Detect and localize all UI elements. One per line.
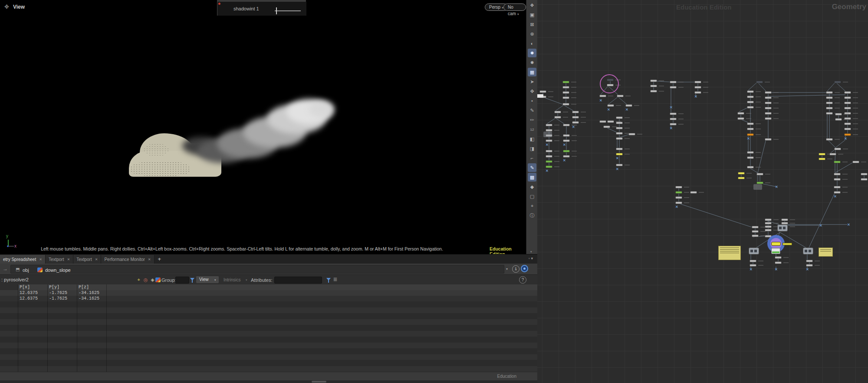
network-node[interactable]: [747, 151, 754, 154]
point-numbers-icon[interactable]: 12: [528, 125, 536, 134]
network-node[interactable]: [650, 90, 657, 92]
column-sort-icon[interactable]: ☰: [333, 277, 337, 282]
network-node[interactable]: [834, 148, 841, 150]
network-node[interactable]: [781, 218, 788, 221]
network-node[interactable]: [675, 191, 682, 194]
group-input[interactable]: [175, 277, 189, 284]
network-node[interactable]: [826, 96, 833, 99]
lighting-off-icon[interactable]: ⊗: [528, 30, 536, 38]
toolbar-overflow-arrow[interactable]: ▾: [530, 250, 532, 254]
network-node[interactable]: [747, 90, 754, 93]
network-node[interactable]: [747, 101, 754, 103]
null-output-node[interactable]: ✕: [750, 267, 753, 271]
network-node[interactable]: [775, 256, 782, 259]
network-node[interactable]: [650, 85, 657, 87]
network-node[interactable]: [844, 128, 851, 130]
null-output-node[interactable]: ✕: [747, 137, 750, 141]
network-node[interactable]: [750, 264, 756, 267]
target-dot-icon[interactable]: ◎: [142, 277, 149, 283]
network-node[interactable]: [563, 124, 570, 126]
scrollbar-thumb[interactable]: [312, 381, 326, 383]
null-output-node[interactable]: ✕: [625, 108, 628, 112]
null-output-node[interactable]: ✕: [563, 158, 566, 162]
network-node[interactable]: [554, 116, 561, 119]
network-node[interactable]: [546, 165, 552, 168]
close-icon[interactable]: ✕: [67, 258, 70, 261]
network-node[interactable]: [670, 86, 677, 89]
network-node[interactable]: [826, 107, 833, 109]
network-node[interactable]: [750, 260, 756, 262]
draw-mode-icon[interactable]: ✎: [528, 163, 536, 172]
network-node[interactable]: [599, 120, 606, 123]
network-node[interactable]: [775, 261, 782, 264]
network-node[interactable]: [616, 153, 623, 155]
network-node[interactable]: [765, 107, 772, 109]
view-layout-icon[interactable]: ❖: [528, 1, 536, 10]
pane-options-icons[interactable]: ▫ ▾: [529, 256, 533, 261]
null-output-node[interactable]: ✕: [819, 224, 822, 228]
crosshair-icon[interactable]: ⌖: [135, 277, 142, 283]
network-node[interactable]: [765, 229, 772, 231]
network-node[interactable]: [546, 150, 552, 152]
normal-lighting-icon[interactable]: ✸: [528, 58, 536, 67]
add-tab-button[interactable]: +: [155, 254, 165, 264]
network-node[interactable]: [747, 128, 754, 130]
subnet-node[interactable]: [803, 248, 813, 254]
network-node[interactable]: [765, 225, 772, 228]
network-node[interactable]: [819, 158, 825, 160]
network-node[interactable]: [738, 172, 745, 175]
help-button[interactable]: ?: [519, 276, 526, 284]
null-output-node[interactable]: ✕: [847, 223, 850, 227]
network-node[interactable]: [572, 121, 579, 124]
network-node[interactable]: [844, 96, 851, 99]
network-node[interactable]: [694, 86, 701, 89]
snap-options-icon[interactable]: ◆: [528, 182, 536, 191]
parameter-slider[interactable]: [275, 10, 301, 11]
network-node[interactable]: [554, 111, 561, 113]
network-node[interactable]: [844, 91, 851, 94]
network-node[interactable]: [546, 124, 552, 126]
handles-icon[interactable]: ✥: [528, 87, 536, 96]
snapshot-icon[interactable]: ▣: [528, 10, 536, 19]
back-arrow-icon[interactable]: →: [3, 266, 8, 272]
network-node[interactable]: [625, 104, 632, 107]
network-node[interactable]: [738, 177, 745, 179]
null-output-node[interactable]: ✕: [563, 143, 566, 147]
network-node[interactable]: [616, 148, 623, 150]
shade-closed-icon[interactable]: ◨: [528, 144, 536, 153]
network-node[interactable]: [607, 120, 614, 123]
null-output-node[interactable]: ✕: [675, 205, 678, 209]
network-node[interactable]: [765, 222, 772, 225]
network-node[interactable]: [765, 218, 772, 221]
texture-view-icon[interactable]: ▩: [528, 173, 536, 182]
network-node[interactable]: [546, 139, 552, 142]
select-mode-icon[interactable]: ➤: [528, 77, 536, 86]
network-node[interactable]: [765, 112, 772, 115]
network-node[interactable]: [844, 107, 851, 109]
parameter-slider-handle[interactable]: [276, 7, 277, 14]
close-icon[interactable]: ✕: [39, 258, 42, 261]
null-output-node[interactable]: ✕: [546, 169, 549, 173]
network-node[interactable]: [844, 102, 851, 104]
network-node[interactable]: [829, 153, 836, 155]
network-node[interactable]: [747, 166, 754, 168]
network-node[interactable]: [834, 81, 841, 83]
close-icon[interactable]: ✕: [95, 258, 98, 261]
network-node[interactable]: [747, 96, 754, 98]
network-node[interactable]: [546, 160, 552, 163]
null-output-node[interactable]: ✕: [599, 99, 602, 102]
network-node[interactable]: [562, 103, 569, 106]
node-type-icon[interactable]: [155, 277, 161, 282]
network-node[interactable]: [670, 123, 677, 125]
path-dropdown-icon[interactable]: ▾: [506, 267, 508, 271]
network-node[interactable]: [861, 178, 868, 181]
null-output-node[interactable]: ✕: [834, 195, 837, 198]
network-node[interactable]: [806, 264, 813, 267]
table-row[interactable]: 12.6375-1.7625-34.1625: [0, 290, 537, 296]
network-node[interactable]: [747, 122, 754, 125]
null-output-node[interactable]: ✕: [607, 108, 610, 112]
tab-textport[interactable]: Textport✕: [73, 255, 101, 264]
network-node[interactable]: [737, 117, 744, 120]
network-node[interactable]: [765, 102, 772, 104]
viewport-menu-icon[interactable]: ✥: [4, 3, 9, 10]
